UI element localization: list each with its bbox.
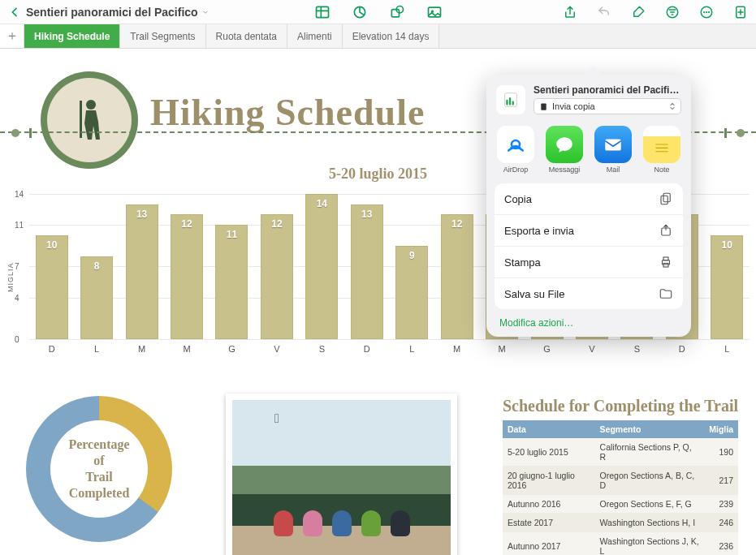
svg-rect-15	[541, 103, 546, 110]
bar: 10	[36, 235, 68, 339]
share-app-mail[interactable]: Mail	[592, 126, 634, 174]
cell: 20 giugno-1 luglio 2016	[503, 467, 595, 495]
x-tick: D	[344, 344, 389, 354]
filter-icon[interactable]	[663, 3, 681, 21]
tab-alimenti[interactable]: Alimenti	[287, 24, 343, 48]
svg-rect-0	[316, 6, 328, 17]
bar: 13	[126, 204, 158, 339]
action-print[interactable]: Stampa	[495, 247, 683, 278]
bar-value: 13	[352, 209, 382, 220]
insert-shape-icon[interactable]	[388, 3, 406, 21]
share-filename: Sentieri panoramici del Pacifico.num…	[534, 84, 681, 96]
document-icon	[496, 85, 525, 114]
bar: 14	[305, 194, 338, 339]
col-segmento: Segmento	[595, 420, 705, 438]
cell: 236	[704, 532, 738, 556]
y-tick: 7	[15, 262, 19, 271]
share-app-messages[interactable]: Messaggi	[543, 126, 585, 174]
back-button[interactable]	[6, 4, 23, 20]
bar-value: 11	[216, 229, 247, 240]
tab-hiking-schedule[interactable]: Hiking Schedule	[24, 24, 120, 48]
donut-label: PercentageofTrailCompleted	[50, 420, 148, 518]
cell: 190	[704, 438, 738, 467]
x-tick: D	[29, 344, 74, 354]
document-title[interactable]: Sentieri panoramici del Pacifico	[26, 6, 210, 19]
bar-value: 9	[396, 250, 427, 261]
cell: Washington Sections H, I	[595, 514, 705, 532]
x-tick: M	[164, 344, 209, 354]
insert-table-icon[interactable]	[313, 3, 331, 21]
format-brush-icon[interactable]	[629, 3, 647, 21]
bar-value: 8	[81, 260, 112, 272]
share-popover: Sentieri panoramici del Pacifico.num… In…	[486, 75, 691, 337]
completion-donut-chart: PercentageofTrailCompleted	[26, 396, 188, 555]
document-title-text: Sentieri panoramici del Pacifico	[26, 6, 198, 19]
copy-icon	[659, 191, 673, 206]
schedule-title: Schedule for Completing the Trail	[503, 396, 738, 415]
export-icon	[659, 223, 673, 238]
bar-value: 12	[171, 218, 202, 230]
table-row: Estate 2017Washington Sections H, I246	[503, 514, 738, 532]
y-tick: 4	[15, 293, 19, 302]
edit-actions-link[interactable]: Modifica azioni…	[495, 309, 683, 330]
x-tick: G	[525, 344, 569, 354]
schedule-table: Data Segmento Miglia 5-20 luglio 2015Cal…	[503, 420, 738, 555]
share-format-select[interactable]: Invia copia	[534, 98, 681, 114]
x-tick: G	[210, 344, 254, 354]
cell: Oregon Sections A, B, C, D	[595, 467, 705, 495]
print-icon	[659, 255, 673, 269]
new-sheet-icon[interactable]	[732, 3, 750, 21]
bar-value: 14	[306, 198, 337, 209]
cell: Autunno 2016	[503, 495, 595, 514]
share-format-value: Invia copia	[552, 101, 595, 111]
tab-label: Trail Segments	[130, 31, 195, 42]
bar: 12	[441, 214, 473, 339]
svg-point-10	[708, 11, 710, 12]
bar: 12	[261, 214, 293, 339]
cell: Oregon Sections E, F, G	[595, 495, 705, 514]
tab-label: Hiking Schedule	[34, 31, 110, 42]
y-tick: 0	[15, 335, 19, 344]
bar-value: 13	[127, 209, 158, 220]
x-tick: L	[390, 344, 434, 354]
x-tick: L	[705, 344, 750, 354]
action-label: Copia	[504, 193, 532, 205]
insert-media-icon[interactable]	[426, 3, 443, 21]
bar-value: 12	[261, 218, 292, 230]
tab-label: Alimenti	[297, 31, 332, 42]
chevron-down-icon	[201, 8, 210, 16]
action-copy[interactable]: Copia	[495, 183, 683, 215]
share-app-airdrop[interactable]: AirDrop	[495, 126, 537, 174]
app-label: AirDrop	[503, 166, 529, 174]
col-data: Data	[503, 420, 595, 438]
x-tick: M	[119, 344, 164, 354]
x-tick: S	[615, 344, 659, 354]
action-save-to-files[interactable]: Salva su File	[495, 278, 683, 309]
cell: 5-20 luglio 2015	[503, 438, 595, 467]
x-tick: V	[254, 344, 299, 354]
y-tick: 11	[15, 221, 24, 230]
table-row: 5-20 luglio 2015California Sections P, Q…	[503, 438, 738, 467]
svg-rect-22	[663, 257, 668, 260]
app-label: Note	[654, 166, 669, 174]
cell: Autunno 2017	[503, 532, 595, 556]
insert-chart-icon[interactable]	[351, 3, 369, 21]
share-icon[interactable]	[561, 3, 579, 21]
action-export[interactable]: Esporta e invia	[495, 215, 683, 247]
x-tick: S	[300, 344, 344, 354]
add-sheet-button[interactable]: ＋	[0, 24, 24, 48]
bar-value: 10	[37, 239, 67, 251]
tab-ruota-dentata[interactable]: Ruota dentata	[206, 24, 287, 48]
bar: 9	[395, 246, 428, 339]
table-row: Autunno 2017Washington Sections J, K, L2…	[503, 532, 738, 556]
svg-rect-17	[605, 140, 621, 151]
bar: 8	[80, 256, 113, 339]
x-tick: D	[659, 344, 704, 354]
svg-point-8	[703, 11, 705, 12]
tab-elevation[interactable]: Elevation 14 days	[343, 24, 440, 48]
svg-rect-18	[663, 193, 670, 202]
app-label: Mail	[607, 166, 620, 174]
more-icon[interactable]	[698, 3, 715, 21]
share-app-notes[interactable]: Note	[641, 126, 683, 174]
tab-trail-segments[interactable]: Trail Segments	[120, 24, 205, 48]
